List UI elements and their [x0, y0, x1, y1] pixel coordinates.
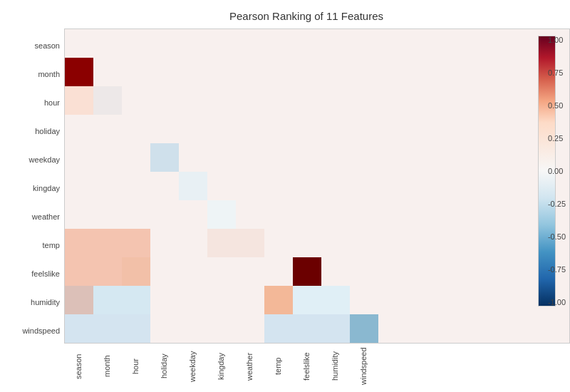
cell-7-5 [207, 229, 236, 257]
cell-7-8 [293, 229, 321, 257]
cell-5-2 [122, 172, 150, 200]
cell-9-3 [150, 286, 179, 314]
cell-10-7 [264, 314, 293, 343]
cell-6-4 [179, 200, 207, 229]
cell-2-3 [150, 86, 179, 115]
cell-0-10 [350, 29, 378, 58]
cell-8-5 [207, 257, 236, 286]
cell-3-2 [122, 115, 150, 143]
cell-9-6 [236, 286, 264, 314]
cell-8-2 [122, 257, 150, 286]
cell-5-8 [293, 172, 321, 200]
cell-7-7 [264, 229, 293, 257]
cell-10-10 [350, 314, 378, 343]
cell-3-1 [93, 115, 122, 143]
cell-1-1 [93, 58, 122, 86]
cell-9-1 [93, 286, 122, 314]
chart-body: seasonmonthhourholidayweekdaykingdayweat… [0, 29, 570, 371]
cell-3-3 [150, 115, 179, 143]
cell-3-0 [65, 115, 93, 143]
cell-7-4 [179, 229, 207, 257]
cell-4-3 [150, 143, 179, 172]
cell-4-10 [350, 143, 378, 172]
y-label-kingday: kingday [0, 174, 64, 202]
cell-3-5 [207, 115, 236, 143]
cell-0-1 [93, 29, 122, 58]
cell-2-7 [264, 86, 293, 115]
cell-7-1 [93, 229, 122, 257]
cell-4-5 [207, 143, 236, 172]
cell-0-3 [150, 29, 179, 58]
cell-9-4 [179, 286, 207, 314]
cell-2-1 [93, 86, 122, 115]
cell-0-6 [236, 29, 264, 58]
cell-10-3 [150, 314, 179, 343]
cell-5-3 [150, 172, 179, 200]
cell-6-10 [350, 200, 378, 229]
cell-1-2 [122, 58, 150, 86]
cell-4-0 [65, 143, 93, 172]
x-label-feelslike: feelslike [292, 345, 321, 388]
cell-5-6 [236, 172, 264, 200]
cell-6-1 [93, 200, 122, 229]
cell-8-10 [350, 257, 378, 286]
colorbar-label-2: 0.50 [527, 101, 566, 110]
matrix-grid [64, 29, 570, 344]
x-label-windspeed: windspeed [349, 345, 378, 388]
cell-5-10 [350, 172, 378, 200]
cell-9-9 [321, 286, 350, 314]
cell-1-4 [179, 58, 207, 86]
cell-1-3 [150, 58, 179, 86]
cell-6-6 [236, 200, 264, 229]
cell-5-1 [93, 172, 122, 200]
cell-8-4 [179, 257, 207, 286]
x-label-weekday: weekday [178, 345, 207, 388]
cell-3-10 [350, 115, 378, 143]
colorbar-label-1: 0.75 [527, 68, 566, 77]
cell-6-8 [293, 200, 321, 229]
cell-3-4 [179, 115, 207, 143]
cell-10-8 [293, 314, 321, 343]
cell-0-2 [122, 29, 150, 58]
x-label-hour: hour [121, 345, 150, 388]
colorbar-label-8: -1.00 [527, 298, 566, 306]
cell-7-10 [350, 229, 378, 257]
cell-2-0 [65, 86, 93, 115]
cell-0-9 [321, 29, 350, 58]
y-label-windspeed: windspeed [0, 316, 64, 345]
cell-10-6 [236, 314, 264, 343]
cell-8-7 [264, 257, 293, 286]
cell-10-2 [122, 314, 150, 343]
cell-2-5 [207, 86, 236, 115]
cell-5-7 [264, 172, 293, 200]
x-labels: seasonmonthhourholidayweekdaykingdayweat… [64, 345, 378, 388]
cell-2-6 [236, 86, 264, 115]
cell-5-9 [321, 172, 350, 200]
cell-1-5 [207, 58, 236, 86]
colorbar-labels: 1.000.750.500.250.00-0.25-0.50-0.75-1.00 [527, 36, 566, 306]
cell-6-9 [321, 200, 350, 229]
y-label-feelslike: feelslike [0, 259, 64, 288]
cell-4-9 [321, 143, 350, 172]
chart-title: Pearson Ranking of 11 Features [0, 0, 570, 22]
cell-7-3 [150, 229, 179, 257]
cell-4-2 [122, 143, 150, 172]
cell-2-4 [179, 86, 207, 115]
cell-7-2 [122, 229, 150, 257]
cell-0-7 [264, 29, 293, 58]
cell-10-4 [179, 314, 207, 343]
cell-10-1 [93, 314, 122, 343]
x-label-season: season [64, 345, 93, 388]
cell-1-10 [350, 58, 378, 86]
cell-9-5 [207, 286, 236, 314]
cell-6-5 [207, 200, 236, 229]
cell-7-0 [65, 229, 93, 257]
y-label-weather: weather [0, 202, 64, 231]
cell-6-7 [264, 200, 293, 229]
x-label-holiday: holiday [150, 345, 178, 388]
cell-1-9 [321, 58, 350, 86]
cell-10-9 [321, 314, 350, 343]
cell-7-6 [236, 229, 264, 257]
cell-2-9 [321, 86, 350, 115]
cell-10-0 [65, 314, 93, 343]
